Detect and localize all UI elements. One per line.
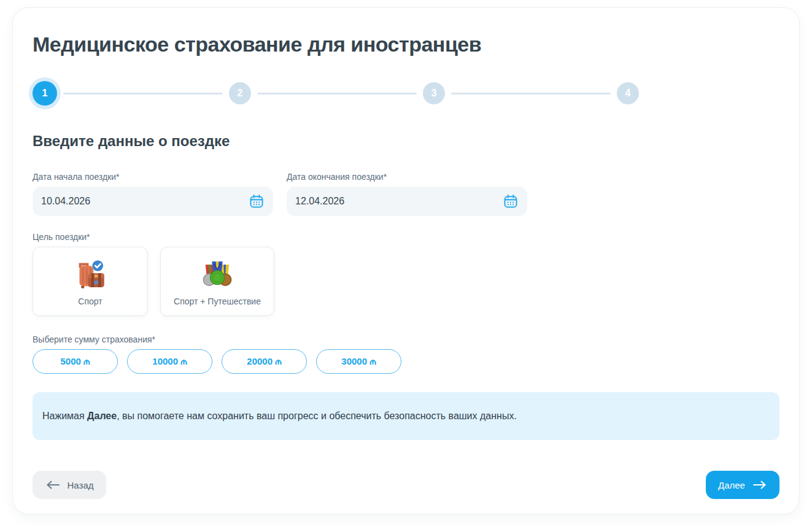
stepper-step-1-number: 1 xyxy=(42,88,48,99)
footer-actions: Назад Далее xyxy=(33,471,779,499)
start-date-value[interactable] xyxy=(41,196,249,207)
start-date-field: Дата начала поездки* xyxy=(33,172,273,216)
back-button[interactable]: Назад xyxy=(33,471,106,499)
stepper-connector xyxy=(257,93,417,95)
sum-option-10000[interactable]: 10000 ₼ xyxy=(127,349,212,374)
sum-option-5000[interactable]: 5000 ₼ xyxy=(33,349,118,374)
end-date-label: Дата окончания поездки* xyxy=(287,172,527,182)
next-button[interactable]: Далее xyxy=(706,471,779,499)
progress-notice-text: Нажимая Далее, вы помогаете нам сохранит… xyxy=(42,411,517,422)
purpose-option-sport[interactable]: Спорт xyxy=(33,247,148,316)
sum-option-20000[interactable]: 20000 ₼ xyxy=(222,349,307,374)
stepper-step-4[interactable]: 4 xyxy=(617,82,639,104)
stepper-step-3-number: 3 xyxy=(431,88,437,99)
insurance-form-card: Медицинское страхование для иностранцев … xyxy=(12,7,800,514)
insurance-sum-label: Выберите сумму страхования* xyxy=(33,335,779,344)
calendar-icon[interactable] xyxy=(503,193,519,209)
section-heading: Введите данные о поездке xyxy=(33,133,779,150)
dates-row: Дата начала поездки* xyxy=(33,172,779,216)
start-date-input[interactable] xyxy=(33,187,273,216)
stepper-step-2[interactable]: 2 xyxy=(229,82,251,104)
end-date-value[interactable] xyxy=(295,196,503,207)
calendar-icon[interactable] xyxy=(249,193,265,209)
sum-option-30000[interactable]: 30000 ₼ xyxy=(316,349,401,374)
stepper-step-3[interactable]: 3 xyxy=(423,82,445,104)
end-date-field: Дата окончания поездки* xyxy=(287,172,527,216)
purpose-option-sport-travel[interactable]: Спорт + Путешествие xyxy=(160,247,274,316)
arrow-left-icon xyxy=(45,481,60,489)
stepper-connector xyxy=(451,93,611,95)
trip-purpose-block: Цель поездки* xyxy=(33,232,779,316)
progress-notice: Нажимая Далее, вы помогаете нам сохранит… xyxy=(33,392,779,440)
sport-medals-icon xyxy=(200,257,234,292)
stepper-step-4-number: 4 xyxy=(625,88,631,99)
stepper-step-2-number: 2 xyxy=(238,88,243,99)
start-date-label: Дата начала поездки* xyxy=(33,172,273,182)
next-button-label: Далее xyxy=(718,480,745,490)
stepper-connector xyxy=(63,93,223,95)
purpose-option-sport-label: Спорт xyxy=(78,296,102,306)
trip-purpose-options: Спорт xyxy=(33,247,779,316)
purpose-option-sport-travel-label: Спорт + Путешествие xyxy=(174,296,261,306)
stepper-step-1[interactable]: 1 xyxy=(33,81,57,106)
stepper: 1 2 3 4 xyxy=(33,81,639,106)
insurance-sum-options: 5000 ₼ 10000 ₼ 20000 ₼ 30000 ₼ xyxy=(33,349,779,374)
back-button-label: Назад xyxy=(68,480,94,490)
page-title: Медицинское страхование для иностранцев xyxy=(33,33,779,56)
insurance-sum-block: Выберите сумму страхования* 5000 ₼ 10000… xyxy=(33,335,779,374)
arrow-right-icon xyxy=(752,481,767,489)
trip-purpose-label: Цель поездки* xyxy=(33,232,779,242)
end-date-input[interactable] xyxy=(287,187,527,216)
luggage-with-check-icon xyxy=(73,257,107,292)
